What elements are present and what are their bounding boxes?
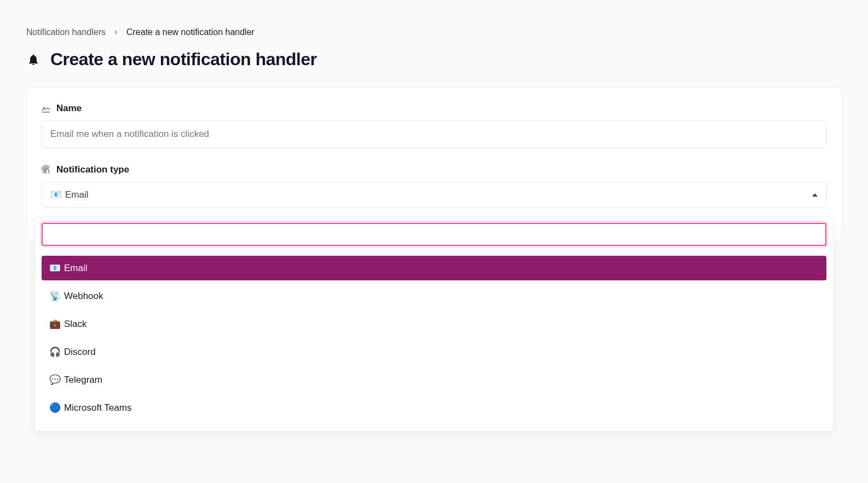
type-select[interactable]: 📧 Email [41, 182, 827, 208]
name-label: Name [41, 103, 827, 114]
breadcrumb-current: Create a new notification handler [126, 27, 254, 37]
option-emoji: 💼 [49, 318, 61, 330]
dropdown-option[interactable]: 🎧Discord [42, 340, 826, 364]
option-emoji: 💬 [49, 374, 61, 386]
type-select-emoji: 📧 [50, 189, 62, 200]
form-card: Name Notification type 📧 Email 📧Email📡We… [26, 87, 842, 241]
option-emoji: 🔵 [49, 402, 61, 413]
dropdown-option[interactable]: 📡Webhook [42, 284, 826, 308]
signature-icon [41, 104, 51, 113]
dropdown-search-input[interactable] [42, 223, 826, 246]
page-header: Create a new notification handler [26, 49, 842, 70]
option-label: Discord [64, 347, 96, 358]
type-field-group: Notification type 📧 Email [41, 164, 827, 208]
option-emoji: 📧 [49, 262, 61, 274]
caret-up-icon [812, 193, 818, 197]
dropdown-option[interactable]: 🔵Microsoft Teams [42, 395, 826, 420]
option-emoji: 🎧 [49, 346, 61, 358]
name-label-text: Name [56, 103, 82, 114]
name-input[interactable] [41, 120, 827, 148]
type-dropdown-panel: 📧Email📡Webhook💼Slack🎧Discord💬Telegram🔵Mi… [34, 217, 834, 432]
option-label: Webhook [64, 291, 103, 302]
page-title: Create a new notification handler [50, 49, 317, 70]
breadcrumb-root-link[interactable]: Notification handlers [26, 27, 106, 37]
option-label: Telegram [64, 375, 102, 386]
breadcrumb: Notification handlers Create a new notif… [26, 27, 842, 37]
option-label: Email [64, 263, 88, 274]
type-label: Notification type [41, 164, 827, 175]
fingerprint-icon [41, 165, 51, 175]
dropdown-option[interactable]: 💬Telegram [42, 367, 826, 392]
option-emoji: 📡 [49, 290, 61, 302]
name-field-group: Name [41, 103, 827, 148]
type-select-label: Email [65, 189, 89, 200]
type-label-text: Notification type [56, 164, 129, 175]
type-select-value: 📧 Email [50, 189, 89, 200]
bell-icon [26, 53, 40, 67]
option-label: Slack [64, 319, 87, 330]
chevron-right-icon [113, 30, 119, 35]
dropdown-option[interactable]: 💼Slack [42, 312, 826, 336]
option-label: Microsoft Teams [64, 403, 131, 413]
dropdown-option[interactable]: 📧Email [42, 256, 826, 280]
